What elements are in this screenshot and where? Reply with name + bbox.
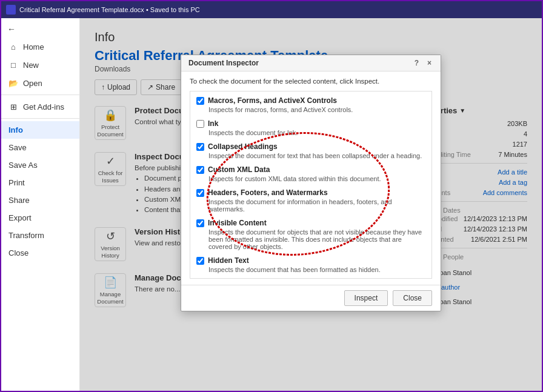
dialog-body: To check the document for the selected c…	[181, 71, 441, 285]
dialog-footer: Inspect Close	[181, 285, 441, 311]
dialog-close-button[interactable]: ×	[425, 59, 433, 67]
check-desc-headers: Inspects the document for information in…	[196, 198, 425, 213]
document-inspector-dialog: Document Inspector ? × To check the docu…	[181, 55, 441, 311]
dialog-intro: To check the document for the selected c…	[190, 78, 432, 85]
check-label-macros: Macros, Forms, and ActiveX Controls	[208, 96, 337, 105]
sidebar-item-export[interactable]: Export	[1, 209, 79, 227]
inspect-button[interactable]: Inspect	[344, 290, 388, 306]
sidebar-item-transform[interactable]: Transform	[1, 227, 79, 244]
title-bar-text: Critical Referral Agreement Template.doc…	[19, 6, 200, 13]
home-icon: ⌂	[8, 42, 18, 51]
add-ins-icon: ⊞	[8, 102, 18, 111]
dialog-title-actions: ? ×	[413, 59, 433, 67]
new-icon: □	[8, 60, 18, 70]
dialog-title: Document Inspector	[188, 59, 259, 67]
checkbox-hidden[interactable]	[196, 257, 204, 265]
main-area: ← ⌂ Home □ New 📂 Open ⊞ Get Add-ins Info	[1, 18, 542, 391]
check-item-hidden: Hidden Text Inspects the document that h…	[196, 256, 425, 273]
back-button[interactable]: ←	[1, 21, 79, 38]
checkbox-invisible[interactable]	[196, 219, 204, 227]
check-label-headers: Headers, Footers, and Watermarks	[208, 188, 328, 197]
sidebar-item-home[interactable]: ⌂ Home	[1, 38, 79, 56]
checkbox-collapsed[interactable]	[196, 143, 204, 151]
back-icon: ←	[7, 24, 16, 34]
open-icon: 📂	[8, 78, 18, 88]
check-desc-ink: Inspects the document for Ink.	[196, 129, 425, 136]
check-desc-hidden: Inspects the document that has been form…	[196, 266, 425, 273]
sidebar: ← ⌂ Home □ New 📂 Open ⊞ Get Add-ins Info	[1, 18, 80, 391]
dialog-overlay: Document Inspector ? × To check the docu…	[80, 18, 542, 391]
dialog-scroll[interactable]: Macros, Forms, and ActiveX Controls Insp…	[190, 91, 432, 279]
dialog-help-button[interactable]: ?	[413, 59, 421, 67]
check-label-invisible: Invisible Content	[208, 219, 267, 227]
check-label-ink: Ink	[208, 119, 218, 128]
check-desc-xml: Inspects for custom XML data stored with…	[196, 175, 425, 182]
sidebar-item-close[interactable]: Close	[1, 244, 79, 262]
check-label-collapsed: Collapsed Headings	[208, 142, 278, 151]
checkbox-macros[interactable]	[196, 97, 204, 105]
checkbox-headers[interactable]	[196, 189, 204, 197]
sidebar-divider-2	[1, 118, 79, 119]
title-bar: Critical Referral Agreement Template.doc…	[1, 1, 542, 18]
dialog-title-bar: Document Inspector ? ×	[181, 55, 441, 71]
check-item-xml: Custom XML Data Inspects for custom XML …	[196, 165, 425, 182]
check-desc-collapsed: Inspects the document for text that has …	[196, 152, 425, 159]
check-item-ink: Ink Inspects the document for Ink.	[196, 119, 425, 136]
check-item-macros: Macros, Forms, and ActiveX Controls Insp…	[196, 96, 425, 113]
check-label-hidden: Hidden Text	[208, 256, 249, 265]
checkbox-ink[interactable]	[196, 120, 204, 128]
check-desc-invisible: Inspects the document for objects that a…	[196, 228, 425, 250]
sidebar-item-share[interactable]: Share	[1, 191, 79, 209]
sidebar-item-save[interactable]: Save	[1, 139, 79, 156]
sidebar-item-save-as[interactable]: Save As	[1, 156, 79, 174]
word-icon	[6, 5, 16, 15]
sidebar-item-new[interactable]: □ New	[1, 56, 79, 74]
sidebar-item-open[interactable]: 📂 Open	[1, 74, 79, 92]
app-window: Critical Referral Agreement Template.doc…	[0, 0, 543, 392]
check-item-invisible: Invisible Content Inspects the document …	[196, 219, 425, 250]
sidebar-item-info[interactable]: Info	[1, 121, 79, 139]
check-desc-macros: Inspects for macros, forms, and ActiveX …	[196, 106, 425, 113]
checkbox-xml[interactable]	[196, 166, 204, 174]
sidebar-item-get-add-ins[interactable]: ⊞ Get Add-ins	[1, 98, 79, 116]
sidebar-divider	[1, 95, 79, 95]
check-label-xml: Custom XML Data	[208, 165, 270, 174]
close-dialog-button[interactable]: Close	[393, 290, 432, 306]
content-area: Info Critical Referral Agreement Templat…	[80, 18, 542, 391]
check-item-headers: Headers, Footers, and Watermarks Inspect…	[196, 188, 425, 213]
sidebar-item-print[interactable]: Print	[1, 174, 79, 191]
check-item-collapsed: Collapsed Headings Inspects the document…	[196, 142, 425, 159]
